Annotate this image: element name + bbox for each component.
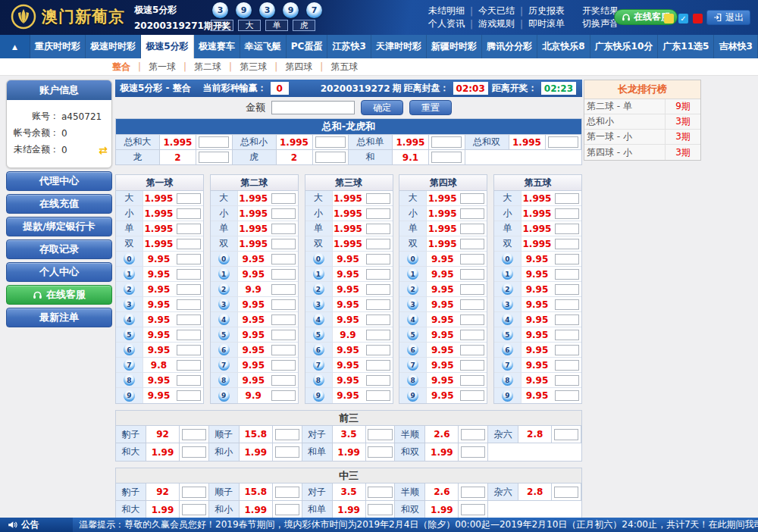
bet-amount-input[interactable] bbox=[368, 504, 392, 515]
bet-amount-input[interactable] bbox=[271, 360, 296, 371]
bet-label[interactable]: 双 bbox=[116, 236, 143, 251]
bet-amount-input[interactable] bbox=[548, 136, 578, 148]
bet-label[interactable]: 9 bbox=[305, 388, 333, 403]
bet-amount-input[interactable] bbox=[555, 360, 579, 371]
bet-label[interactable]: 和大 bbox=[116, 501, 146, 518]
header-link[interactable]: 未结明细 bbox=[428, 5, 465, 17]
nav-tab[interactable]: 极速赛车 bbox=[194, 35, 240, 58]
bet-amount-input[interactable] bbox=[555, 224, 579, 234]
bet-label[interactable]: 9 bbox=[399, 388, 427, 403]
bet-label[interactable]: 5 bbox=[305, 327, 333, 342]
bet-label[interactable]: 2 bbox=[211, 282, 238, 296]
bet-label[interactable]: 小 bbox=[494, 206, 522, 221]
header-link[interactable]: 历史报表 bbox=[528, 5, 565, 17]
confirm-button[interactable]: 确定 bbox=[361, 100, 403, 115]
bet-label[interactable]: 大 bbox=[305, 191, 333, 205]
bet-amount-input[interactable] bbox=[177, 315, 201, 325]
bet-amount-input[interactable] bbox=[182, 429, 206, 440]
bet-amount-input[interactable] bbox=[460, 375, 484, 386]
bet-label[interactable]: 龙 bbox=[116, 150, 160, 164]
nav-tab[interactable]: 极速5分彩 bbox=[141, 35, 193, 58]
bet-amount-input[interactable] bbox=[199, 152, 229, 163]
nav-tab[interactable]: 极速时时彩 bbox=[86, 35, 141, 58]
logout-button[interactable]: 退出 bbox=[706, 10, 750, 25]
subnav-item[interactable]: 第五球 bbox=[330, 61, 358, 74]
bet-label[interactable]: 6 bbox=[211, 343, 238, 357]
bet-amount-input[interactable] bbox=[315, 152, 346, 163]
bet-amount-input[interactable] bbox=[177, 390, 201, 401]
bet-amount-input[interactable] bbox=[315, 136, 346, 148]
bet-amount-input[interactable] bbox=[271, 315, 296, 325]
bet-amount-input[interactable] bbox=[555, 239, 579, 249]
bet-label[interactable]: 和单 bbox=[302, 443, 333, 461]
bet-amount-input[interactable] bbox=[182, 504, 206, 515]
bet-amount-input[interactable] bbox=[177, 375, 201, 386]
bet-label[interactable]: 双 bbox=[399, 236, 427, 251]
bet-amount-input[interactable] bbox=[555, 208, 579, 219]
bet-label[interactable]: 虎 bbox=[233, 150, 277, 164]
bet-amount-input[interactable] bbox=[368, 446, 392, 458]
header-link[interactable]: 开奖结果 bbox=[582, 5, 619, 17]
bet-amount-input[interactable] bbox=[555, 193, 579, 204]
bet-amount-input[interactable] bbox=[271, 345, 296, 355]
bet-label[interactable]: 单 bbox=[399, 221, 427, 236]
bet-amount-input[interactable] bbox=[554, 487, 578, 498]
bet-label[interactable]: 8 bbox=[494, 373, 522, 387]
sidebar-button[interactable]: 个人中心 bbox=[6, 262, 112, 282]
bet-amount-input[interactable] bbox=[555, 330, 579, 340]
bet-amount-input[interactable] bbox=[555, 390, 579, 401]
bet-amount-input[interactable] bbox=[555, 345, 579, 355]
nav-tab[interactable]: 新疆时时彩 bbox=[427, 35, 482, 58]
bet-amount-input[interactable] bbox=[177, 360, 201, 371]
bet-amount-input[interactable] bbox=[182, 446, 206, 458]
bet-label[interactable]: 总和小 bbox=[233, 135, 277, 149]
bet-label[interactable]: 单 bbox=[305, 221, 333, 236]
bet-amount-input[interactable] bbox=[555, 269, 579, 280]
bet-label[interactable]: 对子 bbox=[302, 483, 333, 500]
bet-amount-input[interactable] bbox=[555, 299, 579, 310]
bet-label[interactable]: 杂六 bbox=[488, 483, 518, 500]
bet-label[interactable]: 和双 bbox=[395, 501, 425, 518]
bet-amount-input[interactable] bbox=[366, 254, 390, 264]
bet-label[interactable]: 大 bbox=[399, 191, 427, 205]
bet-label[interactable]: 9 bbox=[494, 388, 522, 403]
subnav-item[interactable]: 第三球 bbox=[240, 61, 267, 74]
bet-amount-input[interactable] bbox=[366, 330, 390, 340]
bet-label[interactable]: 2 bbox=[305, 282, 333, 296]
bet-amount-input[interactable] bbox=[177, 269, 201, 280]
bet-label[interactable]: 3 bbox=[399, 297, 427, 311]
bet-label[interactable]: 小 bbox=[399, 206, 427, 221]
bet-amount-input[interactable] bbox=[555, 315, 579, 325]
sidebar-button[interactable]: 提款/绑定银行卡 bbox=[6, 217, 112, 236]
bet-label[interactable]: 1 bbox=[305, 267, 333, 281]
bet-amount-input[interactable] bbox=[555, 375, 579, 386]
bet-label[interactable]: 单 bbox=[116, 221, 143, 236]
sidebar-button[interactable]: 存取记录 bbox=[6, 239, 112, 259]
bet-amount-input[interactable] bbox=[366, 239, 390, 249]
bet-amount-input[interactable] bbox=[461, 429, 485, 440]
nav-tab[interactable]: 北京快乐8 bbox=[537, 35, 590, 58]
red-toggle[interactable] bbox=[693, 14, 703, 23]
nav-tab[interactable]: 重庆时时彩 bbox=[30, 35, 86, 58]
bet-amount-input[interactable] bbox=[461, 504, 485, 515]
bet-amount-input[interactable] bbox=[460, 345, 484, 355]
bet-amount-input[interactable] bbox=[275, 487, 299, 498]
bet-amount-input[interactable] bbox=[366, 375, 390, 386]
bet-label[interactable]: 0 bbox=[211, 252, 238, 266]
bet-label[interactable]: 2 bbox=[399, 282, 427, 296]
bet-label[interactable]: 双 bbox=[211, 236, 238, 251]
bet-amount-input[interactable] bbox=[460, 224, 484, 234]
yellow-toggle[interactable] bbox=[664, 14, 674, 23]
bet-amount-input[interactable] bbox=[199, 136, 229, 148]
bet-label[interactable]: 4 bbox=[305, 312, 333, 327]
bet-label[interactable]: 顺子 bbox=[209, 483, 240, 500]
bet-label[interactable]: 4 bbox=[399, 312, 427, 327]
bet-amount-input[interactable] bbox=[460, 299, 484, 310]
bet-label[interactable]: 8 bbox=[305, 373, 333, 387]
bet-label[interactable]: 8 bbox=[211, 373, 238, 387]
bet-label[interactable]: 0 bbox=[494, 252, 522, 266]
nav-tab[interactable]: 幸运飞艇 bbox=[240, 35, 287, 58]
amount-input[interactable] bbox=[271, 101, 355, 114]
bet-label[interactable]: 1 bbox=[494, 267, 522, 281]
bet-amount-input[interactable] bbox=[460, 269, 484, 280]
